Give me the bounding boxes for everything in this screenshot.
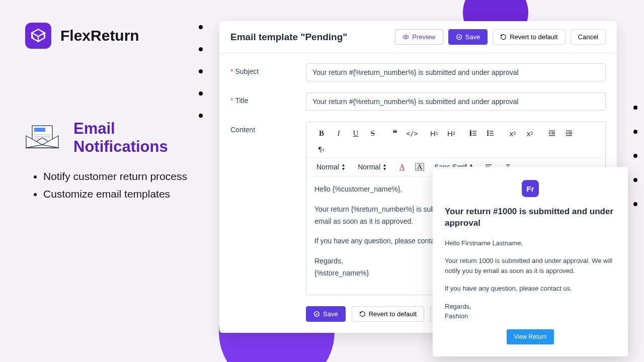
code-icon[interactable]: </>: [406, 127, 418, 139]
decorative-dot: [199, 47, 203, 51]
decorative-dot: [199, 25, 203, 29]
quote-icon[interactable]: ❝: [389, 127, 401, 139]
svg-rect-3: [34, 128, 45, 132]
h2-icon[interactable]: H2: [445, 127, 457, 139]
preview-line: Regards,Fashion: [445, 302, 616, 321]
envelope-icon: [21, 117, 63, 159]
text-color-icon[interactable]: A: [396, 161, 408, 173]
preview-button-label: Preview: [412, 33, 435, 41]
strike-icon[interactable]: S: [367, 127, 379, 139]
size-select[interactable]: Normal▴▾: [355, 161, 389, 173]
cancel-button-label: Cancel: [578, 33, 598, 41]
svg-point-23: [488, 135, 489, 136]
email-preview: Fr Your return #1000 is submitted and un…: [433, 167, 628, 356]
save-button-label: Save: [465, 33, 480, 41]
eye-icon: [403, 34, 409, 40]
feature-title: Email Notifications: [73, 120, 212, 156]
decorative-dot: [633, 178, 637, 182]
superscript-icon[interactable]: x2: [524, 127, 536, 139]
preview-button[interactable]: Preview: [395, 29, 443, 45]
revert-button-label: Revert to default: [510, 33, 557, 41]
undo-icon: [500, 34, 507, 40]
subscript-icon[interactable]: x2: [507, 127, 519, 139]
bullet-list-icon[interactable]: [485, 127, 497, 139]
content-label: Content: [230, 122, 306, 134]
bold-icon[interactable]: B: [315, 127, 328, 139]
preview-logo-icon: Fr: [522, 180, 539, 197]
brand-logo-icon: [25, 23, 51, 49]
brand: FlexReturn: [25, 23, 139, 49]
decorative-dot: [633, 202, 637, 206]
decorative-dot: [633, 106, 637, 110]
feature-block: Email Notifications Notify customer retu…: [21, 117, 212, 203]
save-button-bottom[interactable]: Save: [306, 306, 346, 322]
highlight-icon[interactable]: A: [415, 163, 424, 171]
italic-icon[interactable]: I: [333, 127, 345, 139]
indent-icon[interactable]: [563, 127, 575, 139]
subject-input[interactable]: [306, 63, 606, 81]
save-button-label: Save: [323, 310, 338, 318]
direction-icon[interactable]: ¶‹: [315, 143, 328, 155]
subject-label: *Subject: [230, 63, 306, 75]
svg-text:3: 3: [470, 134, 471, 136]
card-title: Email template "Pending": [230, 32, 347, 43]
check-circle-icon: [313, 311, 320, 317]
feature-bullet: Notify customer return process: [43, 168, 212, 186]
preview-title: Your return #1000 is submitted and under…: [445, 206, 616, 229]
revert-button-bottom[interactable]: Revert to default: [352, 306, 424, 322]
decorative-dot: [199, 69, 203, 73]
view-return-button[interactable]: View Return: [507, 329, 553, 344]
preview-line: Your return 1000 is submitted and under …: [445, 256, 616, 276]
title-label: *Title: [230, 93, 306, 105]
outdent-icon[interactable]: [546, 127, 558, 139]
cancel-button[interactable]: Cancel: [571, 29, 606, 45]
underline-icon[interactable]: U: [350, 127, 362, 139]
brand-name: FlexReturn: [60, 27, 139, 44]
revert-button-label: Revert to default: [369, 310, 417, 318]
check-circle-icon: [456, 34, 462, 40]
ordered-list-icon[interactable]: 123: [467, 127, 479, 139]
save-button[interactable]: Save: [448, 29, 488, 45]
feature-list: Notify customer return process Customize…: [43, 168, 212, 203]
preview-line: If you have any question, please contact…: [445, 284, 616, 294]
svg-point-21: [488, 131, 489, 132]
decorative-dot: [633, 130, 637, 134]
svg-point-10: [405, 36, 407, 38]
feature-bullet: Customize email templates: [43, 186, 212, 203]
revert-button[interactable]: Revert to default: [493, 29, 565, 45]
h1-icon[interactable]: H1: [428, 127, 440, 139]
title-input[interactable]: [306, 93, 606, 111]
decorative-dot: [633, 154, 637, 158]
preview-line: Hello Firstname Lastname,: [445, 238, 616, 248]
svg-point-22: [488, 133, 489, 134]
decorative-dot: [199, 92, 203, 96]
style-select[interactable]: Normal▴▾: [313, 161, 348, 173]
undo-icon: [359, 311, 366, 317]
